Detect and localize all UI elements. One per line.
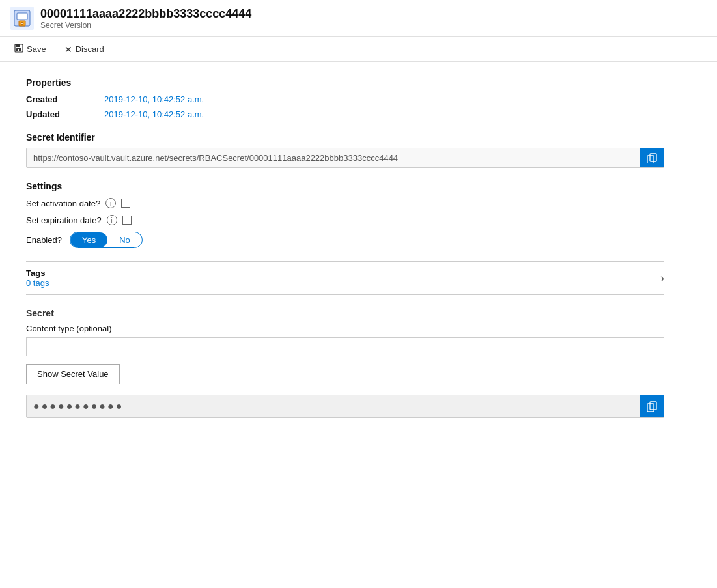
expiration-info-icon[interactable]: i	[107, 215, 117, 225]
page-title: 00001111aaaa2222bbbb3333cccc4444	[40, 7, 251, 21]
key-vault-icon	[10, 7, 34, 30]
toolbar: Save ✕ Discard	[0, 37, 717, 62]
discard-button[interactable]: ✕ Discard	[61, 42, 108, 57]
copy-secret-button[interactable]	[640, 395, 664, 417]
svg-rect-2	[17, 13, 27, 20]
expiration-checkbox[interactable]	[122, 216, 132, 225]
tags-count: 0 tags	[26, 278, 49, 288]
discard-label: Discard	[76, 44, 104, 54]
svg-rect-10	[650, 154, 656, 161]
identifier-input[interactable]	[27, 148, 640, 167]
updated-label: Updated	[26, 109, 104, 119]
tags-title: Tags	[26, 268, 49, 278]
activation-checkbox[interactable]	[121, 199, 130, 208]
secret-value-row: ●●●●●●●●●●●	[26, 395, 664, 418]
secret-heading: Secret	[26, 308, 664, 318]
page-header: 00001111aaaa2222bbbb3333cccc4444 Secret …	[0, 0, 717, 37]
created-label: Created	[26, 94, 104, 104]
copy-secret-icon	[647, 401, 657, 412]
created-row: Created 2019-12-10, 10:42:52 a.m.	[26, 94, 664, 104]
svg-rect-12	[650, 402, 656, 410]
svg-rect-9	[18, 49, 19, 51]
tags-section[interactable]: Tags 0 tags ›	[26, 261, 664, 295]
save-icon	[14, 44, 23, 55]
enabled-label: Enabled?	[26, 235, 62, 245]
enabled-toggle[interactable]: Yes No	[70, 232, 143, 248]
identifier-row	[26, 148, 664, 168]
identifier-label: Secret Identifier	[26, 132, 664, 143]
save-button[interactable]: Save	[10, 41, 50, 57]
toggle-yes-button[interactable]: Yes	[70, 232, 107, 247]
tags-chevron-icon: ›	[660, 272, 664, 285]
properties-heading: Properties	[26, 77, 664, 88]
copy-icon	[647, 153, 657, 163]
copy-identifier-button[interactable]	[640, 148, 664, 167]
activation-row: Set activation date? i	[26, 198, 664, 208]
content-type-input[interactable]	[26, 337, 664, 356]
content-type-label: Content type (optional)	[26, 324, 664, 333]
enabled-row: Enabled? Yes No	[26, 232, 664, 248]
svg-rect-11	[647, 156, 654, 163]
secret-section: Secret Content type (optional) Show Secr…	[26, 308, 664, 418]
svg-rect-13	[647, 404, 654, 412]
close-icon: ✕	[64, 44, 72, 55]
svg-rect-7	[16, 44, 20, 47]
expiration-label: Set expiration date?	[26, 216, 102, 225]
activation-label: Set activation date?	[26, 199, 100, 208]
toggle-no-button[interactable]: No	[107, 232, 142, 247]
tags-left: Tags 0 tags	[26, 268, 49, 288]
header-text-block: 00001111aaaa2222bbbb3333cccc4444 Secret …	[40, 7, 251, 30]
main-content: Properties Created 2019-12-10, 10:42:52 …	[0, 62, 690, 447]
created-value: 2019-12-10, 10:42:52 a.m.	[104, 94, 204, 104]
updated-row: Updated 2019-12-10, 10:42:52 a.m.	[26, 109, 664, 119]
svg-point-5	[21, 23, 23, 24]
settings-section: Settings Set activation date? i Set expi…	[26, 181, 664, 248]
activation-info-icon[interactable]: i	[105, 198, 116, 208]
page-subtitle: Secret Version	[40, 21, 251, 30]
show-secret-button[interactable]: Show Secret Value	[26, 364, 120, 384]
properties-section: Properties Created 2019-12-10, 10:42:52 …	[26, 77, 664, 119]
save-label: Save	[27, 44, 46, 54]
updated-value: 2019-12-10, 10:42:52 a.m.	[104, 109, 204, 119]
expiration-row: Set expiration date? i	[26, 215, 664, 225]
secret-dots: ●●●●●●●●●●●	[27, 395, 640, 417]
identifier-section: Secret Identifier	[26, 132, 664, 168]
settings-heading: Settings	[26, 181, 664, 191]
